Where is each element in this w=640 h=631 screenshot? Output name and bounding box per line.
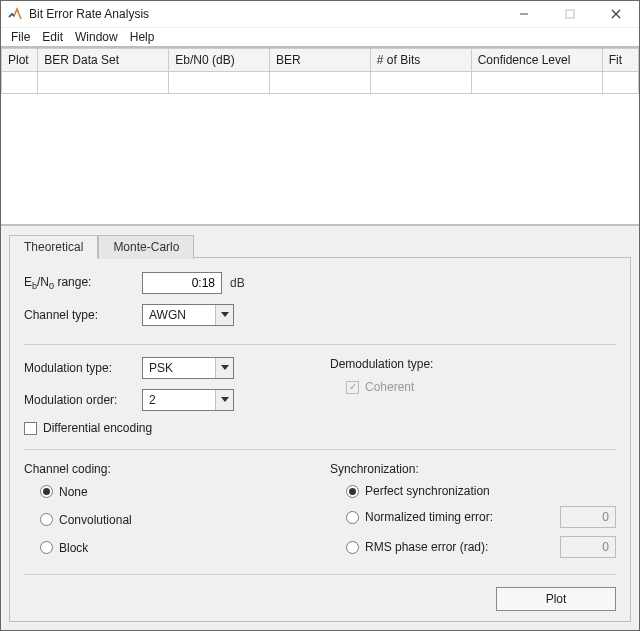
channel-coding-label: Channel coding: xyxy=(24,462,310,476)
chevron-down-icon xyxy=(215,390,233,410)
channel-type-label: Channel type: xyxy=(24,308,142,322)
coding-convolutional-radio[interactable]: Convolutional xyxy=(40,513,132,527)
ebn0-range-input[interactable] xyxy=(142,272,222,294)
tabpage-theoretical: Eb/N0 range: dB Channel type: AWGN xyxy=(9,257,631,622)
checkbox-icon: ✓ xyxy=(346,381,359,394)
coding-block-label: Block xyxy=(59,541,88,555)
sync-phase-radio[interactable]: RMS phase error (rad): xyxy=(346,540,560,554)
radio-icon xyxy=(40,513,53,526)
col-plot[interactable]: Plot xyxy=(2,49,38,72)
col-ebn0[interactable]: Eb/N0 (dB) xyxy=(169,49,270,72)
svg-rect-1 xyxy=(566,10,574,18)
window-title: Bit Error Rate Analysis xyxy=(29,7,501,21)
close-button[interactable] xyxy=(593,1,639,27)
tab-montecarlo[interactable]: Monte-Carlo xyxy=(98,235,194,259)
minimize-button[interactable] xyxy=(501,1,547,27)
chevron-down-icon xyxy=(215,358,233,378)
coherent-checkbox: ✓ Coherent xyxy=(346,380,414,394)
titlebar: Bit Error Rate Analysis xyxy=(1,1,639,28)
menubar: File Edit Window Help xyxy=(1,28,639,48)
sync-phase-label: RMS phase error (rad): xyxy=(365,540,488,554)
menu-edit[interactable]: Edit xyxy=(36,28,69,46)
table-row[interactable] xyxy=(2,72,639,94)
separator xyxy=(24,574,616,575)
menu-help[interactable]: Help xyxy=(124,28,161,46)
plot-button[interactable]: Plot xyxy=(496,587,616,611)
tab-theoretical[interactable]: Theoretical xyxy=(9,235,98,259)
col-bits[interactable]: # of Bits xyxy=(370,49,471,72)
differential-encoding-checkbox[interactable]: Differential encoding xyxy=(24,421,152,435)
col-ber-data[interactable]: BER Data Set xyxy=(38,49,169,72)
modulation-order-select[interactable]: 2 xyxy=(142,389,234,411)
tabstrip: Theoretical Monte-Carlo xyxy=(9,234,631,258)
app-window: Bit Error Rate Analysis File Edit Window… xyxy=(0,0,640,631)
checkbox-icon xyxy=(24,422,37,435)
demodulation-type-label: Demodulation type: xyxy=(330,357,616,371)
coding-none-label: None xyxy=(59,485,88,499)
table-empty-area[interactable] xyxy=(1,94,639,224)
radio-icon xyxy=(346,511,359,524)
results-table[interactable]: Plot BER Data Set Eb/N0 (dB) BER # of Bi… xyxy=(1,48,639,94)
radio-icon xyxy=(40,541,53,554)
menu-window[interactable]: Window xyxy=(69,28,124,46)
coding-convolutional-label: Convolutional xyxy=(59,513,132,527)
results-table-wrap: Plot BER Data Set Eb/N0 (dB) BER # of Bi… xyxy=(1,48,639,226)
menu-file[interactable]: File xyxy=(5,28,36,46)
synchronization-label: Synchronization: xyxy=(330,462,616,476)
radio-icon xyxy=(40,485,53,498)
sync-timing-label: Normalized timing error: xyxy=(365,510,493,524)
separator xyxy=(24,449,616,450)
col-ber[interactable]: BER xyxy=(270,49,371,72)
window-buttons xyxy=(501,1,639,27)
coding-block-radio[interactable]: Block xyxy=(40,541,88,555)
col-confidence[interactable]: Confidence Level xyxy=(471,49,602,72)
col-fit[interactable]: Fit xyxy=(602,49,638,72)
radio-icon xyxy=(346,485,359,498)
sync-perfect-label: Perfect synchronization xyxy=(365,484,490,498)
matlab-icon xyxy=(7,6,23,22)
coherent-label: Coherent xyxy=(365,380,414,394)
modulation-type-select[interactable]: PSK xyxy=(142,357,234,379)
modulation-type-label: Modulation type: xyxy=(24,361,142,375)
sync-timing-radio[interactable]: Normalized timing error: xyxy=(346,510,560,524)
ebn0-unit: dB xyxy=(230,276,245,290)
ebn0-range-label: Eb/N0 range: xyxy=(24,275,142,291)
maximize-button[interactable] xyxy=(547,1,593,27)
sync-phase-input xyxy=(560,536,616,558)
radio-icon xyxy=(346,541,359,554)
chevron-down-icon xyxy=(215,305,233,325)
config-panel: Theoretical Monte-Carlo Eb/N0 range: dB … xyxy=(1,226,639,630)
coding-none-radio[interactable]: None xyxy=(40,485,88,499)
separator xyxy=(24,344,616,345)
sync-timing-input xyxy=(560,506,616,528)
channel-type-select[interactable]: AWGN xyxy=(142,304,234,326)
modulation-order-label: Modulation order: xyxy=(24,393,142,407)
differential-encoding-label: Differential encoding xyxy=(43,421,152,435)
sync-perfect-radio[interactable]: Perfect synchronization xyxy=(346,484,616,498)
